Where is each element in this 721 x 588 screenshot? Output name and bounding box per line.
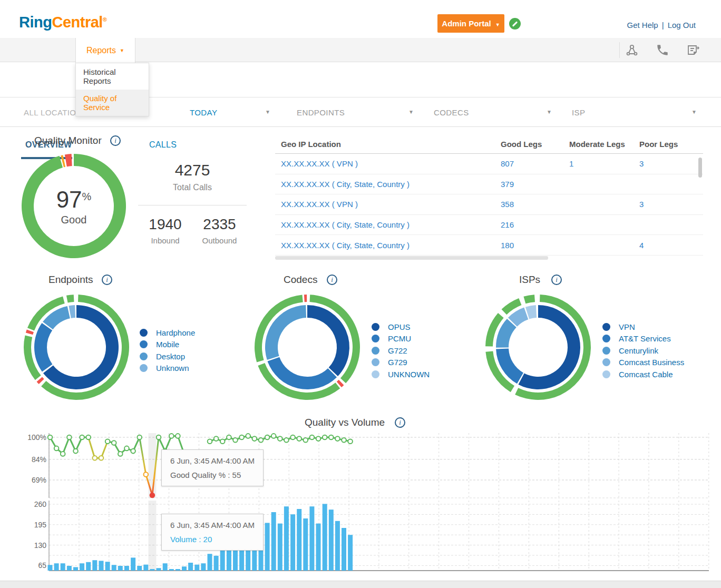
- legend-label: UNKNOWN: [388, 370, 430, 379]
- legend-label: Mobile: [156, 340, 179, 349]
- chevron-down-icon[interactable]: ▼: [691, 109, 697, 115]
- good-legs-value[interactable]: 358: [501, 200, 514, 209]
- legend-item: Unknown: [140, 362, 195, 375]
- legend-dot: [372, 335, 379, 342]
- good-legs-value[interactable]: 216: [501, 220, 514, 229]
- chevron-down-icon[interactable]: ▼: [265, 109, 270, 115]
- info-icon[interactable]: i: [110, 135, 121, 146]
- isps-legend: VPNAT&T ServicesCenturylinkComcast Busin…: [602, 321, 684, 380]
- reports-menu-button[interactable]: Reports▼: [75, 38, 135, 63]
- legend-dot: [602, 323, 610, 331]
- geo-ip-link[interactable]: XX.XX.XX.XX ( VPN ): [281, 159, 358, 168]
- log-out-link[interactable]: Log Out: [668, 21, 696, 30]
- table-row: XX.XX.XX.XX ( City, State, Country )216: [275, 215, 703, 236]
- info-icon[interactable]: i: [395, 417, 405, 428]
- inbound-value: 1940: [138, 216, 192, 233]
- phone-icon[interactable]: [656, 43, 669, 57]
- quality-monitor-center: 97% Good: [20, 152, 128, 260]
- logo-ring: Ring: [19, 14, 52, 31]
- table-vertical-scrollbar[interactable]: [698, 158, 702, 178]
- outbound-label: Outbound: [192, 236, 247, 245]
- chevron-down-icon[interactable]: ▼: [408, 109, 414, 115]
- good-legs-value[interactable]: 807: [501, 159, 514, 168]
- isps-title: ISPs: [519, 274, 540, 286]
- poor-legs-value[interactable]: 3: [639, 159, 644, 168]
- legend-dot: [602, 335, 610, 342]
- geo-ip-link[interactable]: XX.XX.XX.XX ( City, State, Country ): [281, 220, 410, 229]
- filter-codecs[interactable]: CODECS: [434, 108, 469, 117]
- legend-label: G729: [388, 358, 407, 367]
- legend-label: Comcast Business: [619, 358, 684, 367]
- tooltip-time: 6 Jun, 3:45 AM-4:00 AM: [170, 521, 255, 530]
- svg-text:84%: 84%: [32, 455, 46, 464]
- reports-dropdown-menu: Historical Reports Quality of Service: [75, 63, 149, 116]
- legend-dot: [140, 364, 148, 372]
- header-links: Get Help|Log Out: [627, 21, 696, 30]
- tooltip-volume-value: Volume : 20: [170, 535, 255, 544]
- quality-tooltip: 6 Jun, 3:45 AM-4:00 AM Good Quality % : …: [161, 449, 264, 486]
- chevron-down-icon: ▼: [120, 48, 124, 53]
- edit-badge-icon[interactable]: [509, 18, 521, 30]
- legend-item: Comcast Business: [602, 357, 684, 369]
- tab-calls[interactable]: CALLS: [149, 140, 177, 150]
- chevron-down-icon: ▼: [495, 22, 500, 27]
- svg-text:69%: 69%: [32, 476, 46, 484]
- isps-donut: [484, 293, 592, 403]
- table-row: XX.XX.XX.XX ( City, State, Country )1804: [275, 235, 703, 256]
- table-horizontal-scrollbar[interactable]: [275, 256, 548, 260]
- table-row: XX.XX.XX.XX ( VPN )3583: [275, 194, 703, 215]
- stats-divider: [138, 205, 247, 205]
- inbound-label: Inbound: [138, 236, 192, 245]
- moderate-legs-value[interactable]: 1: [569, 159, 573, 168]
- legend-label: Desktop: [156, 352, 185, 361]
- legend-item: Desktop: [140, 350, 195, 362]
- info-icon[interactable]: i: [551, 275, 562, 285]
- tooltip-time: 6 Jun, 3:45 AM-4:00 AM: [170, 456, 255, 465]
- legend-item: G722: [372, 345, 430, 357]
- qos-dashboard: RingCentral® Admin Portal▼ Get Help|Log …: [0, 0, 721, 588]
- get-help-link[interactable]: Get Help: [627, 21, 658, 30]
- legend-dot: [602, 358, 610, 366]
- menu-item-historical-reports[interactable]: Historical Reports: [76, 63, 149, 90]
- logo-central: Central: [52, 14, 102, 31]
- legend-label: Centurylink: [619, 346, 658, 355]
- filter-isp[interactable]: ISP: [572, 108, 585, 117]
- legend-dot: [372, 358, 379, 366]
- geo-ip-link[interactable]: XX.XX.XX.XX ( City, State, Country ): [281, 180, 410, 189]
- good-legs-value[interactable]: 379: [501, 180, 514, 189]
- good-legs-value[interactable]: 180: [501, 241, 514, 250]
- menu-item-quality-of-service[interactable]: Quality of Service: [76, 90, 149, 116]
- outbound-value: 2335: [192, 216, 247, 233]
- volume-tooltip: 6 Jun, 3:45 AM-4:00 AM Volume : 20: [161, 514, 264, 551]
- legend-label: OPUS: [388, 322, 411, 331]
- poor-legs-value[interactable]: 3: [639, 200, 644, 209]
- col-poor-legs: Poor Legs: [639, 140, 703, 149]
- filter-endpoints[interactable]: ENDPOINTS: [297, 108, 345, 117]
- navbar-divider: [619, 42, 620, 58]
- geo-ip-link[interactable]: XX.XX.XX.XX ( City, State, Country ): [281, 241, 410, 250]
- ringcentral-logo: RingCentral®: [19, 14, 106, 31]
- legend-dot: [372, 347, 379, 355]
- total-calls-label: Total Calls: [138, 183, 247, 192]
- table-row: XX.XX.XX.XX ( City, State, Country )379: [275, 174, 703, 195]
- table-row: XX.XX.XX.XX ( VPN )80713: [275, 154, 703, 174]
- quality-vs-volume-title: Quality vs Volume: [305, 417, 385, 428]
- legend-item: Comcast Cable: [602, 368, 684, 380]
- legend-item: Mobile: [140, 339, 195, 351]
- page-bottom-scrollbar[interactable]: [0, 581, 721, 588]
- admin-portal-button[interactable]: Admin Portal▼: [437, 14, 504, 33]
- geo-table-header: Geo IP Location Good Legs Moderate Legs …: [275, 134, 703, 154]
- info-icon[interactable]: i: [102, 275, 112, 285]
- info-icon[interactable]: i: [327, 275, 337, 285]
- call-log-icon[interactable]: [686, 43, 700, 57]
- col-moderate-legs: Moderate Legs: [569, 140, 639, 149]
- codecs-legend: OPUSPCMUG722G729UNKNOWN: [372, 321, 430, 380]
- endpoints-legend: HardphoneMobileDesktopUnknown: [140, 327, 195, 374]
- col-good-legs: Good Legs: [501, 140, 569, 149]
- chevron-down-icon[interactable]: ▼: [547, 109, 552, 115]
- geo-ip-link[interactable]: XX.XX.XX.XX ( VPN ): [281, 200, 358, 209]
- poor-legs-value[interactable]: 4: [639, 241, 644, 250]
- filter-date-today[interactable]: TODAY: [190, 108, 217, 117]
- org-chart-icon[interactable]: [625, 43, 639, 57]
- legend-item: PCMU: [372, 333, 430, 345]
